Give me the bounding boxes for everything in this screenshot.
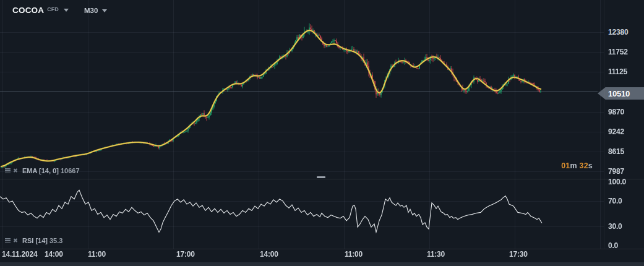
- ema-indicator-value: 10667: [61, 167, 80, 174]
- rsi-indicator-label: RSI [14] 35.3: [22, 237, 62, 244]
- price-axis-label: 9242: [608, 127, 624, 136]
- price-axis-label: 11752: [608, 48, 628, 56]
- time-axis-separator: [0, 249, 644, 249]
- rsi-axis-label: 70.0: [608, 197, 622, 205]
- time-axis-label: 14.11.2024: [2, 250, 37, 259]
- time-axis-label: 17:00: [176, 250, 195, 259]
- ema-indicator-legend: ✖ EMA [14, 0] 10667: [5, 166, 80, 174]
- indicator-settings-icon[interactable]: [5, 168, 11, 173]
- time-axis-label: 17:30: [509, 250, 528, 259]
- instrument-type-badge: CFD: [47, 6, 59, 12]
- chevron-down-icon: [64, 9, 69, 12]
- horizontal-scrollbar[interactable]: [0, 262, 644, 266]
- indicator-settings-icon[interactable]: [5, 238, 11, 243]
- rsi-indicator-legend: ✖ RSI [14] 35.3: [5, 236, 62, 244]
- rsi-axis-label: 30.0: [608, 222, 622, 231]
- panel-separator: [0, 179, 644, 179]
- price-axis-label: 8615: [608, 147, 624, 156]
- rsi-indicator-value: 35.3: [49, 237, 62, 244]
- price-axis-label: 7987: [608, 167, 624, 176]
- price-chart-canvas[interactable]: [0, 0, 604, 249]
- time-axis-label: 14:00: [45, 250, 63, 259]
- price-axis-border: [604, 0, 604, 249]
- time-axis-label: 11:00: [88, 250, 106, 259]
- price-axis-label: 12380: [608, 28, 628, 36]
- instrument-symbol: COCOA: [12, 6, 44, 15]
- indicator-remove-icon[interactable]: ✖: [13, 168, 18, 173]
- price-axis-label: 9870: [608, 108, 624, 116]
- ema-indicator-label: EMA [14, 0] 10667: [22, 167, 80, 174]
- indicator-remove-icon[interactable]: ✖: [13, 238, 18, 243]
- rsi-axis-label: 100.0: [608, 178, 626, 186]
- panel-resize-handle[interactable]: [317, 176, 325, 178]
- current-price-badge: 10510: [598, 87, 644, 100]
- rsi-axis-label: 0.0: [608, 241, 618, 250]
- time-axis-label: 11:30: [427, 250, 445, 259]
- price-axis-label: 11125: [608, 67, 627, 76]
- timeframe-selector[interactable]: M30: [84, 7, 107, 14]
- timeframe-label: M30: [84, 7, 98, 14]
- chevron-down-icon: [102, 9, 107, 12]
- candle-countdown: 01m 32s: [561, 161, 593, 170]
- time-axis-label: 14:00: [260, 250, 278, 259]
- trading-chart-app: COCOA CFD M30 ✖ EMA [14, 0] 10667 ✖ RSI …: [0, 0, 644, 266]
- time-axis-label: 11:00: [345, 250, 363, 259]
- instrument-selector[interactable]: COCOA CFD: [12, 6, 69, 15]
